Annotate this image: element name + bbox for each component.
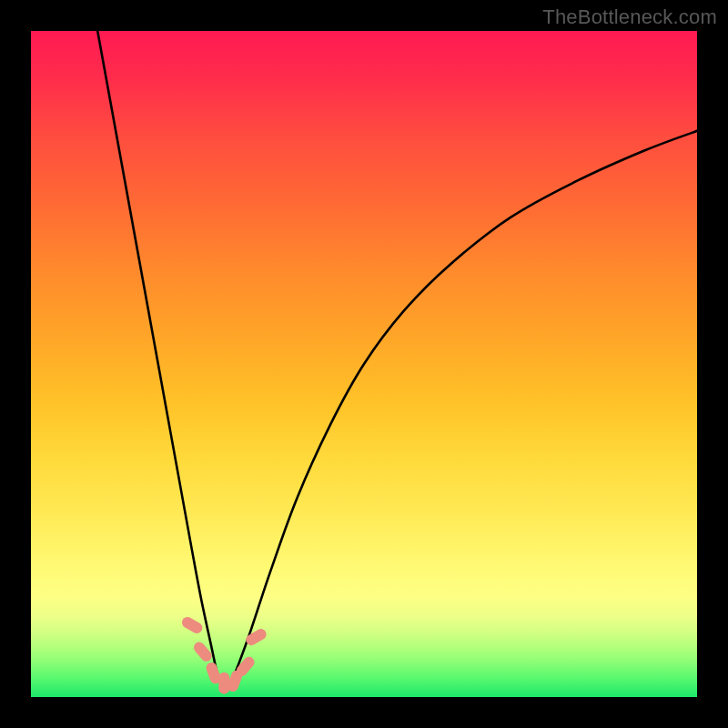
heat-gradient-background <box>31 31 697 697</box>
watermark-text: TheBottleneck.com <box>542 5 717 29</box>
outer-frame: TheBottleneck.com <box>0 0 728 728</box>
plot-area <box>31 31 697 697</box>
